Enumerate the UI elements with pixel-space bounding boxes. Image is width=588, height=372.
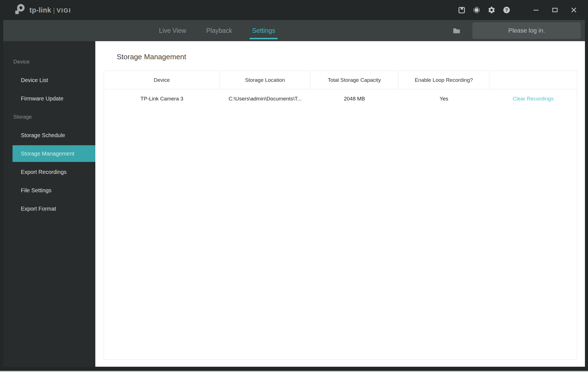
settings-sidebar: DeviceDevice ListFirmware UpdateStorageS… — [3, 41, 95, 367]
column-header-enable-loop-recording: Enable Loop Recording? — [398, 71, 489, 89]
sidebar-item-export-format[interactable]: Export Format — [3, 199, 95, 218]
maximize-button[interactable] — [551, 6, 559, 14]
column-header-total-storage-capacity: Total Storage Capacity — [310, 71, 398, 89]
window-bottom-edge — [0, 371, 588, 372]
tab-playback[interactable]: Playback — [204, 20, 235, 41]
brand-name: tp-link — [29, 6, 51, 14]
navbar-actions: Please log in. — [452, 22, 581, 39]
gear-icon[interactable] — [487, 6, 496, 14]
table-header-row: DeviceStorage LocationTotal Storage Capa… — [104, 71, 577, 89]
cell-device: TP-Link Camera 3 — [104, 89, 220, 108]
cell-total-storage-capacity: 2048 MB — [310, 89, 398, 108]
sidebar-item-device-list[interactable]: Device List — [3, 71, 95, 89]
help-icon[interactable]: ? — [502, 6, 511, 14]
storage-table: DeviceStorage LocationTotal Storage Capa… — [104, 71, 577, 360]
cell-enable-loop-recording: Yes — [398, 89, 489, 108]
main-tabs: Live ViewPlaybackSettings — [156, 20, 278, 41]
sidebar-item-export-recordings[interactable]: Export Recordings — [3, 163, 95, 181]
minimize-button[interactable] — [532, 6, 540, 14]
table-row: TP-Link Camera 3C:\Users\admin\Documents… — [104, 89, 577, 108]
column-header-device: Device — [104, 71, 220, 89]
column-header-actions — [489, 71, 577, 89]
chip-icon[interactable] — [472, 6, 481, 14]
folder-icon[interactable] — [452, 26, 461, 35]
column-header-storage-location: Storage Location — [220, 71, 310, 89]
sidebar-item-storage-management[interactable]: Storage Management — [13, 145, 95, 162]
sidebar-item-firmware-update[interactable]: Firmware Update — [3, 89, 95, 108]
save-icon[interactable] — [457, 6, 466, 14]
cell-storage-location: C:\Users\admin\Documents\T... — [220, 89, 310, 108]
sidebar-item-file-settings[interactable]: File Settings — [3, 181, 95, 199]
sidebar-section-device: Device — [3, 53, 95, 71]
sidebar-section-storage: Storage — [3, 108, 95, 126]
login-button[interactable]: Please log in. — [472, 22, 581, 39]
brand-product: VIGI — [57, 7, 71, 14]
brand-separator: | — [53, 6, 55, 14]
clear-recordings-link[interactable]: Clear Recordings — [513, 96, 554, 102]
sidebar-item-storage-schedule[interactable]: Storage Schedule — [3, 126, 95, 144]
table-body: TP-Link Camera 3C:\Users\admin\Documents… — [104, 89, 577, 108]
main-content: Storage Management DeviceStorage Locatio… — [95, 41, 585, 367]
page-title: Storage Management — [117, 53, 585, 61]
tab-settings[interactable]: Settings — [250, 20, 278, 41]
navbar: Live ViewPlaybackSettings Please log in. — [3, 20, 585, 41]
tab-live-view[interactable]: Live View — [156, 20, 189, 41]
cell-actions: Clear Recordings — [489, 89, 577, 108]
tp-link-logo-icon — [13, 4, 26, 16]
titlebar: tp-link | VIGI — [0, 0, 588, 20]
titlebar-actions: ? — [457, 6, 578, 14]
brand-logo: tp-link | VIGI — [13, 4, 71, 16]
svg-text:?: ? — [505, 8, 508, 13]
body-row: DeviceDevice ListFirmware UpdateStorageS… — [3, 41, 585, 367]
close-button[interactable] — [570, 6, 578, 14]
app-window: tp-link | VIGI — [0, 0, 588, 372]
